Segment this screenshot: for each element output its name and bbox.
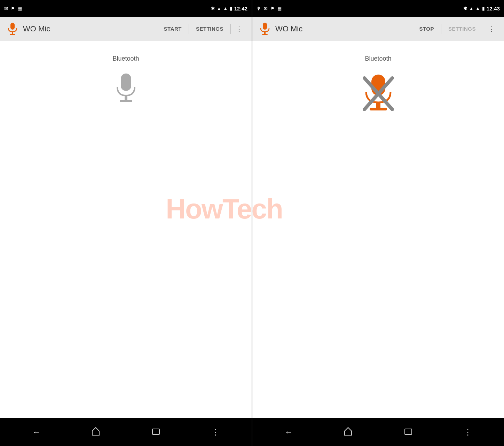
right-status-bar: 🎙 ✉ ⚑ ▦ ✱ ▲ ▲ ▮ 12:43 [252, 0, 504, 17]
right-nav-more[interactable]: ⋮ [457, 424, 479, 440]
left-app-bar: WO Mic START SETTINGS ⋮ [0, 17, 252, 41]
left-status-icons: ✉ ⚑ ▦ [4, 6, 22, 11]
left-status-right: ✱ ▲ ▲ ▮ 12:42 [211, 6, 247, 11]
right-content: Bluetooth [252, 41, 504, 418]
right-signal-bars-icon: ▦ [277, 6, 282, 11]
left-time: 12:42 [234, 6, 247, 11]
settings-button-left[interactable]: SETTINGS [191, 23, 228, 34]
left-app-title: WO Mic [23, 24, 50, 33]
left-app-actions[interactable]: START SETTINGS ⋮ [159, 23, 246, 34]
svg-rect-15 [405, 429, 412, 435]
svg-rect-3 [121, 74, 131, 91]
left-mic-icon [112, 73, 140, 108]
right-bluetooth-icon: ✱ [463, 6, 467, 11]
right-connection-label: Bluetooth [365, 55, 391, 62]
more-menu-right[interactable]: ⋮ [485, 26, 498, 32]
divider-1 [189, 24, 189, 34]
right-screen: 🎙 ✉ ⚑ ▦ ✱ ▲ ▲ ▮ 12:43 [252, 0, 504, 446]
svg-rect-4 [125, 95, 127, 101]
left-app-logo [6, 22, 19, 36]
right-divider-1 [441, 24, 441, 34]
right-mic-active-container [359, 73, 397, 115]
settings-button-right[interactable]: SETTINGS [443, 23, 481, 34]
stop-button[interactable]: STOP [414, 23, 439, 34]
mic-active-status-icon: 🎙 [257, 6, 261, 11]
svg-rect-9 [262, 34, 268, 35]
right-wifi-icon: ▲ [469, 6, 474, 11]
right-app-title: WO Mic [275, 24, 302, 33]
more-menu-left[interactable]: ⋮ [233, 26, 246, 32]
right-signal-icon: ▲ [476, 6, 480, 11]
left-status-bar: ✉ ⚑ ▦ ✱ ▲ ▲ ▮ 12:42 [0, 0, 252, 17]
svg-rect-6 [152, 429, 159, 435]
right-app-logo [258, 22, 272, 36]
right-app-bar: WO Mic STOP SETTINGS ⋮ [252, 17, 504, 41]
left-content: Bluetooth [0, 41, 252, 418]
left-screen: ✉ ⚑ ▦ ✱ ▲ ▲ ▮ 12:42 W [0, 0, 252, 446]
right-divider-2 [483, 24, 483, 34]
svg-rect-1 [12, 32, 13, 34]
signal-icon: ▲ [223, 6, 228, 11]
right-location-icon: ⚑ [270, 6, 275, 11]
left-nav-bar: ← ⋮ [0, 418, 252, 446]
start-button[interactable]: START [159, 23, 187, 34]
battery-icon: ▮ [230, 6, 232, 11]
right-mic-icon [359, 73, 397, 115]
left-home-button[interactable] [84, 423, 108, 441]
right-home-button[interactable] [336, 423, 360, 441]
right-app-actions[interactable]: STOP SETTINGS ⋮ [414, 23, 498, 34]
svg-rect-12 [370, 108, 387, 110]
email-icon: ✉ [4, 6, 8, 11]
left-back-button[interactable]: ← [25, 424, 47, 440]
right-status-icons: 🎙 ✉ ⚑ ▦ [257, 6, 282, 11]
right-time: 12:43 [487, 6, 500, 11]
left-nav-more[interactable]: ⋮ [204, 424, 227, 440]
svg-rect-5 [120, 100, 132, 102]
svg-rect-2 [10, 34, 15, 35]
left-recents-button[interactable] [144, 423, 168, 441]
right-nav-bar: ← ⋮ [252, 418, 504, 446]
right-recents-button[interactable] [396, 423, 420, 441]
divider-2 [230, 24, 231, 34]
right-status-right: ✱ ▲ ▲ ▮ 12:43 [463, 6, 500, 11]
right-battery-icon: ▮ [482, 6, 485, 11]
svg-rect-7 [263, 23, 267, 30]
left-connection-label: Bluetooth [112, 55, 139, 62]
left-title-area: WO Mic [6, 22, 156, 36]
right-title-area: WO Mic [258, 22, 411, 36]
svg-rect-0 [10, 23, 15, 30]
bluetooth-status-icon: ✱ [211, 6, 215, 11]
signal-bars-icon: ▦ [18, 6, 22, 11]
wifi-icon: ▲ [217, 6, 221, 11]
svg-rect-8 [264, 32, 266, 34]
right-email-icon: ✉ [264, 6, 268, 11]
location-icon: ⚑ [11, 6, 15, 11]
right-back-button[interactable]: ← [277, 424, 300, 440]
